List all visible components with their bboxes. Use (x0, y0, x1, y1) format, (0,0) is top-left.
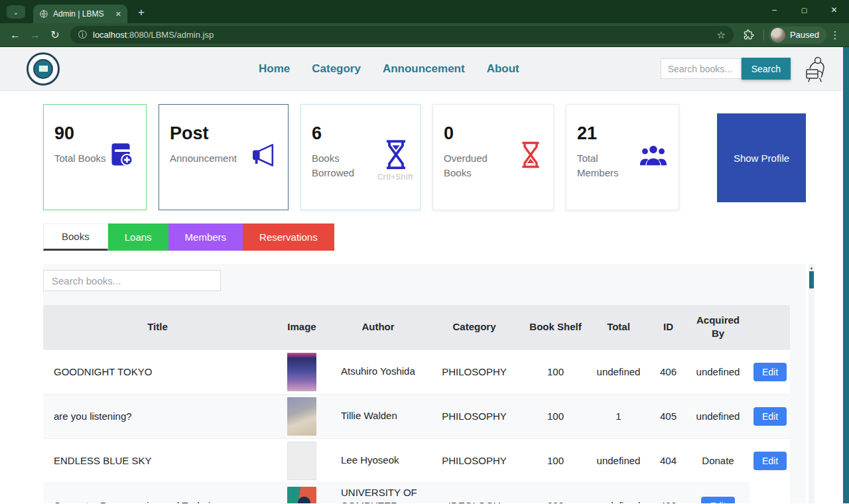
book-shelf: 100 (524, 438, 587, 483)
nav-link-announcement[interactable]: Announcement (383, 62, 465, 76)
book-acquired-by: undefined (686, 349, 750, 394)
book-total: undefined (587, 483, 650, 503)
book-shelf: 200 (524, 483, 587, 503)
shortcut-hint: Crtl+Shift (377, 172, 413, 182)
scroll-up-icon[interactable]: ▲ (809, 264, 815, 271)
back-icon[interactable]: ← (5, 26, 25, 44)
post-announcement-card[interactable]: Post Announcement (159, 104, 289, 210)
total-members-label: Total Members (577, 151, 633, 180)
book-id: 406 (650, 349, 686, 394)
book-author: Lee Hyoseok (332, 438, 424, 483)
browser-window: ⌄ Admin | LBMS ✕ + – ▢ ✕ ← → ↻ ⓘ localho… (0, 0, 849, 503)
book-shelf: 100 (524, 349, 587, 394)
show-profile-label: Show Profile (734, 153, 789, 164)
page-scrollbar[interactable] (843, 47, 849, 503)
table-scrollbar[interactable]: ▲ (809, 264, 815, 503)
url-path: :8080/LBMS/admin.jsp (127, 30, 214, 40)
minimize-button[interactable]: – (759, 0, 789, 20)
browser-toolbar: ← → ↻ ⓘ localhost :8080/LBMS/admin.jsp ☆… (0, 23, 849, 47)
edit-button[interactable]: Edit (701, 497, 734, 503)
nav-link-about[interactable]: About (487, 62, 519, 76)
col-id: ID (650, 305, 686, 349)
book-acquired-by: undefined (686, 394, 750, 438)
logo-emblem (39, 66, 48, 72)
book-author: Atsuhiro Yoshida (332, 349, 424, 394)
col-book-shelf: Book Shelf (524, 305, 587, 349)
reload-icon[interactable]: ↻ (45, 26, 65, 44)
post-announcement-title: Post (170, 123, 277, 144)
bookmark-star-icon[interactable]: ☆ (716, 29, 725, 41)
book-cover-image (287, 353, 316, 391)
stat-cards-row: 90 Total Books Post Announcement (43, 104, 806, 210)
edit-button[interactable]: Edit (753, 363, 787, 381)
table-row: are you listening? Tillie Walden PHILOSO… (43, 394, 790, 438)
header-search-group: Search (661, 55, 830, 83)
tab-close-icon[interactable]: ✕ (115, 10, 121, 19)
books-borrowed-card[interactable]: 6 Books Borrowed Crtl+Shift (300, 104, 421, 210)
logo-seal (33, 59, 53, 79)
browser-tab[interactable]: Admin | LBMS ✕ (33, 5, 127, 23)
book-category: IDEOLOGY (424, 483, 524, 503)
table-row: ENDLESS BLUE SKY Lee Hyoseok PHILOSOPHY … (43, 438, 790, 483)
site-info-icon[interactable]: ⓘ (78, 29, 87, 41)
total-members-card[interactable]: 21 Total Members (566, 104, 679, 210)
header-search-button[interactable]: Search (742, 58, 791, 80)
book-total: undefined (587, 438, 650, 483)
col-image: Image (272, 305, 332, 349)
window-controls: – ▢ ✕ (759, 0, 849, 20)
members-icon (639, 143, 668, 168)
book-total: undefined (587, 349, 650, 394)
total-books-card[interactable]: 90 Total Books (43, 104, 147, 210)
tab-reservations[interactable]: Reservations (243, 223, 334, 251)
browser-menu-icon[interactable]: ⋮ (826, 29, 844, 41)
book-category: PHILOSOPHY (424, 394, 524, 438)
address-bar[interactable]: ⓘ localhost :8080/LBMS/admin.jsp ☆ (70, 26, 734, 44)
section-tabs: Books Loans Members Reservations (43, 223, 806, 251)
edit-button[interactable]: Edit (753, 407, 787, 426)
books-table-wrap: Title Image Author Category Book Shelf T… (43, 305, 806, 503)
tab-members[interactable]: Members (168, 223, 243, 251)
table-search-input[interactable] (43, 270, 221, 291)
books-panel: Title Image Author Category Book Shelf T… (43, 264, 806, 503)
site-favicon (39, 9, 48, 19)
toolbar-divider (763, 29, 764, 40)
header-search-input[interactable] (661, 58, 742, 79)
profile-status: Paused (790, 30, 819, 40)
new-tab-button[interactable]: + (138, 6, 145, 19)
browser-titlebar: ⌄ Admin | LBMS ✕ + – ▢ ✕ (0, 0, 849, 23)
book-id: 404 (650, 438, 686, 483)
books-table: Title Image Author Category Book Shelf T… (43, 305, 790, 503)
close-button[interactable]: ✕ (819, 0, 849, 20)
url-host: localhost (93, 30, 127, 40)
show-profile-button[interactable]: Show Profile (717, 113, 806, 202)
col-actions (750, 305, 790, 349)
nav-link-home[interactable]: Home (259, 62, 290, 76)
reading-person-icon (800, 55, 830, 83)
post-announcement-label: Announcement (170, 151, 226, 166)
col-author: Author (332, 305, 424, 349)
maximize-button[interactable]: ▢ (789, 0, 819, 20)
forward-icon[interactable]: → (25, 26, 45, 44)
book-title: Computer Programming and Techniques (43, 483, 272, 503)
tab-search-button[interactable]: ⌄ (7, 5, 25, 19)
col-total: Total (587, 305, 650, 349)
extensions-icon[interactable] (739, 29, 759, 40)
table-row: Computer Programming and Techniques UNIV… (43, 483, 790, 503)
tab-loans[interactable]: Loans (108, 223, 168, 251)
book-title: are you listening? (43, 394, 272, 438)
scrollbar-thumb[interactable] (809, 271, 814, 288)
book-cover-image (287, 487, 316, 503)
overdue-books-card[interactable]: 0 Overdued Books (432, 104, 554, 210)
site-header: Home Category Announcement About Search (0, 47, 849, 91)
nav-link-category[interactable]: Category (312, 62, 361, 76)
book-title: ENDLESS BLUE SKY (43, 438, 272, 483)
edit-button[interactable]: Edit (753, 452, 787, 470)
megaphone-icon (249, 143, 277, 168)
tab-books[interactable]: Books (43, 223, 108, 251)
book-id: 405 (650, 394, 686, 438)
page-scrollbar-thumb[interactable] (843, 47, 849, 503)
book-title: GOODNIGHT TOKYO (43, 349, 272, 394)
profile-button[interactable]: Paused (769, 27, 826, 44)
book-category: PHILOSOPHY (424, 349, 524, 394)
total-members-value: 21 (577, 123, 668, 144)
